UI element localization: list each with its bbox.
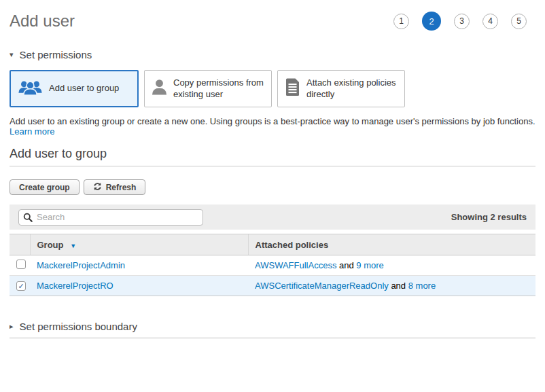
table-header-row: Group ▼ Attached policies <box>10 234 535 255</box>
permission-option-cards: Add user to group Copy permissions from … <box>10 70 535 107</box>
refresh-button[interactable]: Refresh <box>84 179 146 195</box>
groups-table-block: Showing 2 results Group ▼ Attached polic… <box>10 204 535 296</box>
page-title: Add user <box>10 12 75 31</box>
section-description: Add user to an existing group or create … <box>10 116 535 137</box>
card-label: Attach existing policies directly <box>306 77 398 100</box>
user-icon <box>152 79 167 99</box>
create-group-label: Create group <box>19 183 70 192</box>
page-header: Add user 1 2 3 4 5 <box>10 10 535 33</box>
card-label: Copy permissions from existing user <box>173 77 264 100</box>
description-text: Add user to an existing group or create … <box>10 116 535 126</box>
set-permissions-label: Set permissions <box>20 49 92 60</box>
policy-link[interactable]: AWSCertificateManagerReadOnly <box>255 281 389 291</box>
add-user-to-group-title: Add user to group <box>10 147 535 166</box>
select-all-column-header <box>10 234 30 255</box>
step-3[interactable]: 3 <box>454 14 470 29</box>
wizard-step-indicator: 1 2 3 4 5 <box>393 12 527 31</box>
set-permissions-boundary-label: Set permissions boundary <box>20 321 137 332</box>
step-4[interactable]: 4 <box>482 14 498 29</box>
group-column-label: Group <box>37 240 64 250</box>
and-text: and <box>339 260 354 270</box>
groups-table: Group ▼ Attached policies MackerelProjec… <box>10 234 535 296</box>
attached-policies-label: Attached policies <box>256 240 329 250</box>
step-2-active[interactable]: 2 <box>422 12 441 31</box>
expand-arrow-icon: ▸ <box>10 323 14 330</box>
policy-link[interactable]: AWSWAFFullAccess <box>255 260 336 270</box>
user-group-icon <box>18 78 43 99</box>
and-text: and <box>391 281 406 291</box>
set-permissions-boundary-header[interactable]: ▸ Set permissions boundary <box>10 321 535 338</box>
create-group-button[interactable]: Create group <box>10 179 80 195</box>
set-permissions-header[interactable]: ▾ Set permissions <box>10 49 535 60</box>
search-input[interactable] <box>18 209 203 226</box>
document-icon <box>285 78 300 99</box>
step-1[interactable]: 1 <box>393 14 409 29</box>
collapse-arrow-icon: ▾ <box>10 51 14 58</box>
card-attach-policies[interactable]: Attach existing policies directly <box>277 70 405 107</box>
table-row-selected[interactable]: ✓ MackerelProjectRO AWSCertificateManage… <box>10 276 535 296</box>
card-add-user-to-group[interactable]: Add user to group <box>10 70 139 107</box>
row-checkbox-checked[interactable]: ✓ <box>16 281 26 291</box>
card-copy-permissions[interactable]: Copy permissions from existing user <box>144 70 272 107</box>
add-user-wizard-page: Add user 1 2 3 4 5 ▾ Set permissions <box>0 0 545 392</box>
group-name-link[interactable]: MackerelProjectAdmin <box>37 260 125 270</box>
table-toolbar: Showing 2 results <box>10 204 535 230</box>
sort-desc-icon: ▼ <box>70 243 76 249</box>
search-box <box>18 209 203 226</box>
learn-more-link[interactable]: Learn more <box>10 126 54 137</box>
refresh-label: Refresh <box>106 183 137 192</box>
group-name-link[interactable]: MackerelProjectRO <box>37 281 113 291</box>
refresh-icon <box>93 182 102 193</box>
row-checkbox-unchecked[interactable] <box>16 260 26 269</box>
more-policies-link[interactable]: 9 more <box>356 260 383 270</box>
table-row[interactable]: MackerelProjectAdmin AWSWAFFullAccess an… <box>10 255 535 276</box>
group-column-header[interactable]: Group ▼ <box>30 234 248 255</box>
card-label: Add user to group <box>49 83 119 94</box>
search-icon <box>23 213 33 225</box>
more-policies-link[interactable]: 8 more <box>408 281 436 291</box>
table-actions: Create group Refresh <box>10 179 535 195</box>
attached-policies-column-header: Attached policies <box>248 234 535 255</box>
results-count: Showing 2 results <box>451 212 527 222</box>
step-5[interactable]: 5 <box>511 14 527 29</box>
